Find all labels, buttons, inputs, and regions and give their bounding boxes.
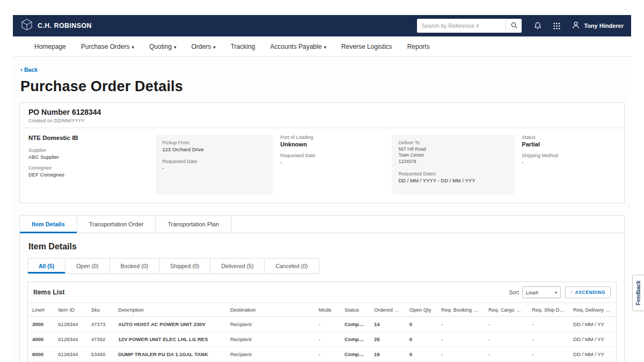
table-cell: 47392 <box>87 332 114 347</box>
chevron-down-icon: ▾ <box>174 45 177 50</box>
status-badge: Partial <box>522 141 616 147</box>
tab-transportation-plan[interactable]: Transportation Plan <box>156 216 231 233</box>
po-parties-column: NTE Domestic IB Supplier ABC Supplier Co… <box>28 135 148 194</box>
table-cell: Complete <box>340 347 370 362</box>
table-cell: - <box>484 332 528 347</box>
subtab-open[interactable]: Open (0) <box>65 258 109 274</box>
apps-grid-icon[interactable] <box>553 22 561 30</box>
search-icon <box>510 21 518 31</box>
shipping-method-value: - <box>522 159 616 165</box>
consignee-label: Consignee <box>28 165 148 171</box>
deliver-requested-dates-label: Requested Dates <box>398 171 508 176</box>
reference-search <box>417 19 522 33</box>
column-header: Req. Booking Date <box>437 303 484 317</box>
chr-logo-icon <box>20 18 33 33</box>
table-cell: 19 <box>370 347 405 362</box>
items-list-header: Items List Sort Line# ▾ ↑ ASCENDING <box>28 282 616 302</box>
column-header: Destination <box>226 303 314 317</box>
table-row: 400061283444739212V POWER UNIT ELEC LHL … <box>28 332 616 347</box>
nav-item-tracking[interactable]: Tracking <box>231 43 255 50</box>
status-label: Status <box>522 135 616 140</box>
subtab-booked[interactable]: Booked (0) <box>110 258 159 274</box>
sort-select-value: Line# <box>526 290 538 295</box>
table-cell: 0 <box>405 317 437 332</box>
column-header: Line# <box>28 303 54 317</box>
table-row: 3000612834447373AUTO HOIST AC POWER UNIT… <box>28 317 616 332</box>
table-cell: 14 <box>370 317 405 332</box>
tab-transportation-order[interactable]: Transportation Order <box>77 216 156 233</box>
table-cell: Recipient <box>226 347 314 362</box>
search-button[interactable] <box>506 19 522 33</box>
subtab-all[interactable]: All (5) <box>28 258 65 274</box>
notifications-bell-icon[interactable] <box>533 21 542 30</box>
nav-item-purchase-orders[interactable]: Purchase Orders ▾ <box>81 43 134 50</box>
supplier-value: ABC Supplier <box>28 154 148 160</box>
table-cell: Recipient <box>226 317 314 332</box>
user-menu[interactable]: Tony Hinderer <box>572 21 624 31</box>
table-cell: - <box>314 317 340 332</box>
subtab-canceled[interactable]: Canceled (0) <box>265 258 318 274</box>
pol-requested-date-value: - <box>280 159 384 165</box>
chevron-down-icon: ▾ <box>324 45 326 50</box>
table-cell: 6128344 <box>54 332 86 347</box>
table-cell: 0 <box>405 332 437 347</box>
main-nav: Homepage Purchase Orders ▾ Quoting ▾ Ord… <box>13 36 631 57</box>
chevron-down-icon: ▾ <box>213 45 216 50</box>
pickup-requested-date-value: - <box>162 165 266 171</box>
chevron-down-icon: ▾ <box>131 45 134 50</box>
po-type: NTE Domestic IB <box>28 135 148 141</box>
po-detail-grid: NTE Domestic IB Supplier ABC Supplier Co… <box>20 128 624 203</box>
top-bar: C.H. ROBINSON <box>13 15 631 36</box>
brand[interactable]: C.H. ROBINSON <box>20 18 92 33</box>
nav-item-accounts-payable[interactable]: Accounts Payable ▾ <box>270 43 326 50</box>
tab-item-details[interactable]: Item Details <box>20 216 77 233</box>
table-cell: 3000 <box>28 317 54 332</box>
table-cell: 6128344 <box>54 347 86 362</box>
nav-item-reports[interactable]: Reports <box>407 43 430 50</box>
table-cell: DD / MM / YY <box>569 317 616 332</box>
table-cell: DD / MM / YY <box>569 332 616 347</box>
table-cell: - <box>437 332 484 347</box>
nav-item-reverse-logistics[interactable]: Reverse Logistics <box>341 43 392 50</box>
nav-item-orders[interactable]: Orders ▾ <box>192 43 216 50</box>
column-header: Mode <box>314 303 340 317</box>
table-row: 6000612834453460DUMP TRAILER PU DA 1.1GA… <box>28 347 616 362</box>
tab-bar: Item Details Transportation Order Transp… <box>20 216 624 233</box>
status-filter-tabs: All (5) Open (0) Booked (0) Shipped (0) … <box>27 258 319 274</box>
arrow-up-icon: ↑ <box>570 290 573 295</box>
chevron-down-icon: ▾ <box>555 290 557 295</box>
supplier-label: Supplier <box>28 147 148 153</box>
back-link[interactable]: ‹ Back <box>20 67 38 73</box>
sort-label: Sort <box>509 290 518 295</box>
items-table-body: 3000612834447373AUTO HOIST AC POWER UNIT… <box>28 317 616 362</box>
feedback-tab[interactable]: Feedback <box>632 275 644 311</box>
subtab-delivered[interactable]: Delivered (5) <box>210 258 265 274</box>
search-input[interactable] <box>417 19 506 33</box>
nav-item-homepage[interactable]: Homepage <box>34 43 66 50</box>
sort-select[interactable]: Line# ▾ <box>522 286 561 298</box>
table-cell: 6000 <box>28 347 54 362</box>
column-header: Item ID <box>54 303 86 317</box>
column-header: Sku <box>87 303 114 317</box>
sort-direction-button[interactable]: ↑ ASCENDING <box>565 286 611 298</box>
deliver-address-line: 1234578 <box>398 159 508 165</box>
content-area: ‹ Back Purchase Order Details PO Number … <box>13 57 631 362</box>
po-header: PO Number 6128344 Created on DD/MM/YYYY <box>20 103 624 128</box>
po-created: Created on DD/MM/YYYY <box>28 118 616 123</box>
pickup-value: 123 Orchard Drive <box>162 146 266 152</box>
table-cell: 12V POWER UNIT ELEC LHL LG RES <box>114 332 226 347</box>
table-cell: Recipient <box>226 332 314 347</box>
column-header: Req. Delivery Date <box>569 303 616 317</box>
deliver-requested-dates-value: DD / MM / YYYY - DD / MM / YYY <box>398 178 508 183</box>
table-cell: - <box>437 317 484 332</box>
table-cell: - <box>528 347 569 362</box>
table-cell: - <box>528 317 569 332</box>
nav-item-quoting[interactable]: Quoting ▾ <box>149 43 177 50</box>
table-cell: 6128344 <box>54 317 86 332</box>
subtab-shipped[interactable]: Shipped (0) <box>159 258 210 274</box>
pickup-label: Pickup From <box>162 140 266 145</box>
status-column: Status Partial Shipping Method - <box>522 135 616 194</box>
table-cell: - <box>314 332 340 347</box>
table-cell: - <box>484 317 528 332</box>
table-cell: 47373 <box>87 317 114 332</box>
